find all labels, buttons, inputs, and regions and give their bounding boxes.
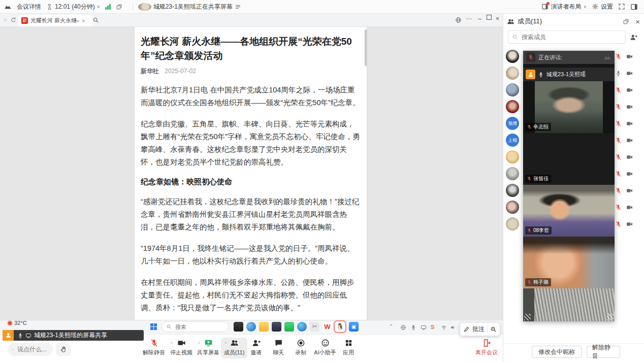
taskbar-search-input[interactable]	[174, 323, 217, 331]
camera-icon[interactable]	[626, 87, 633, 93]
video-tile[interactable]: 辛志恒	[523, 81, 615, 133]
video-tile[interactable]: 张笛佳	[523, 133, 615, 185]
dark-app-icon[interactable]	[272, 322, 281, 332]
fullscreen-button[interactable]	[618, 3, 625, 10]
quick-chat-pill[interactable]	[8, 343, 53, 356]
settings-button[interactable]: 设置	[592, 3, 613, 11]
tray-icon-2[interactable]	[410, 323, 416, 331]
add-member-icon[interactable]	[630, 34, 637, 41]
mic-icon[interactable]	[615, 70, 622, 77]
mic-muted-icon[interactable]	[615, 204, 622, 211]
browser-tab[interactable]: 新 光耀长河 薪火永继——各地… ×	[18, 15, 92, 26]
back-icon[interactable]: ›	[4, 16, 6, 23]
chat-button[interactable]: 聊天	[266, 339, 291, 356]
camera-icon[interactable]	[626, 53, 633, 60]
chevron-up-icon[interactable]: ⌃	[170, 342, 174, 347]
taskbar-weather-widget[interactable]: 32°C	[7, 320, 27, 326]
annotate-label[interactable]: 批注	[472, 325, 485, 334]
window-close-icon[interactable]: ×	[496, 15, 499, 22]
smiley-icon[interactable]	[12, 346, 14, 353]
invite-button[interactable]: 邀请	[243, 339, 269, 356]
windows-start-button[interactable]	[150, 323, 157, 330]
pen-icon[interactable]	[463, 326, 470, 333]
tab-search-icon[interactable]	[92, 17, 99, 23]
snip-app-icon[interactable]: ✂	[310, 322, 319, 332]
mic-muted-icon[interactable]	[615, 171, 622, 177]
taskview-app-icon[interactable]	[234, 322, 243, 332]
mic-muted-icon[interactable]	[615, 120, 622, 127]
window-restore-icon[interactable]	[487, 15, 492, 20]
raise-hand-button[interactable]	[56, 343, 71, 356]
tray-icon-1[interactable]	[400, 323, 406, 331]
camera-icon[interactable]	[626, 70, 633, 77]
speaking-now-bar: 正在讲话:	[523, 51, 615, 64]
taskbar-search[interactable]	[162, 321, 229, 332]
resize-handle[interactable]	[524, 314, 531, 320]
record-button[interactable]: 录制	[288, 339, 313, 356]
sharing-list-icon[interactable]	[235, 4, 241, 10]
camera-icon[interactable]	[626, 154, 633, 160]
mic-muted-icon[interactable]	[615, 104, 622, 110]
mic-muted-icon[interactable]	[615, 154, 622, 160]
change-nickname-button[interactable]: 修改会中昵称	[532, 346, 582, 358]
browser-more-icon[interactable]: ⋯	[466, 15, 472, 22]
camera-icon[interactable]	[626, 221, 633, 227]
tray-icon-4[interactable]: S	[431, 323, 434, 331]
wps-app-icon[interactable]: W	[323, 322, 332, 332]
timer-group[interactable]: 12:01 (40分钟) ∨	[46, 3, 100, 11]
camera-icon[interactable]	[626, 137, 633, 144]
member-avatar	[506, 150, 519, 163]
meeting-details-button[interactable]: 会议详情	[17, 3, 41, 11]
window-minimize-icon[interactable]: –	[478, 15, 481, 22]
tray-icon-3[interactable]	[421, 323, 427, 331]
quick-chat-input[interactable]	[16, 345, 49, 353]
mic-muted-icon[interactable]	[615, 137, 622, 144]
mic-muted-icon[interactable]	[615, 221, 622, 227]
chat-icon	[274, 339, 283, 347]
video-tile[interactable]: 08李哲	[523, 185, 615, 237]
refresh-icon[interactable]	[10, 17, 17, 23]
page-scrollbar[interactable]	[365, 29, 367, 66]
video-dock[interactable]: 正在讲话: 城规23-1吴熙瑶 辛志恒 张笛佳 08李哲 韩子璐	[523, 51, 615, 321]
panel-popout-icon[interactable]	[623, 18, 629, 25]
divider	[133, 3, 133, 10]
zoom-in-icon[interactable]	[490, 326, 497, 333]
camera-icon[interactable]	[626, 104, 633, 110]
camera-icon[interactable]	[626, 204, 633, 211]
leave-meeting-button[interactable]: 离开会议	[471, 339, 502, 356]
wechat-app-icon[interactable]	[284, 322, 294, 332]
member-search-box[interactable]	[508, 30, 626, 44]
tab-close-icon[interactable]: ×	[82, 18, 85, 24]
meeting-app-icon[interactable]: ▣	[349, 322, 359, 332]
tray-chevron-icon[interactable]: ⌃	[389, 323, 393, 329]
panel-unmute-button[interactable]: 解除静音	[587, 346, 620, 358]
chevron-up-icon[interactable]: ⌃	[197, 342, 201, 347]
chevron-up-icon[interactable]: ⌃	[224, 342, 228, 347]
layout-button[interactable]: 演讲者布局 ∨	[541, 3, 587, 11]
video-tile[interactable]: 韩子璐	[523, 237, 615, 288]
mic-muted-icon[interactable]	[615, 187, 622, 194]
article-paragraph: 在村里任职期间，周凤祥带领乡亲修水库、公路、便民桥，用脚步丈量责任。提起他，村民…	[141, 276, 361, 314]
mic-muted-icon[interactable]	[615, 87, 622, 93]
file-explorer-icon[interactable]	[259, 322, 269, 332]
apps-button[interactable]: 应用	[336, 339, 361, 356]
browser-app-icon[interactable]	[246, 322, 256, 332]
video-tile[interactable]	[523, 288, 615, 321]
member-search-input[interactable]	[521, 33, 609, 41]
toggle-panel-button[interactable]	[630, 3, 638, 11]
camera-icon[interactable]	[626, 120, 633, 127]
wifi-icon[interactable]	[441, 323, 447, 331]
sharer-row[interactable]: 城规23-1吴熙瑶	[523, 68, 615, 81]
edge-app-icon[interactable]	[297, 322, 307, 332]
mic-muted-icon[interactable]	[615, 53, 622, 60]
camera-icon[interactable]	[626, 187, 633, 194]
panel-close-icon[interactable]: ×	[635, 17, 640, 26]
resize-handle[interactable]	[607, 314, 614, 320]
qq-app-icon[interactable]: 🐧	[335, 322, 345, 332]
browser-globe-icon[interactable]	[455, 17, 462, 23]
camera-icon[interactable]	[626, 171, 633, 177]
people-icon	[230, 339, 239, 347]
volume-icon[interactable]	[450, 323, 456, 331]
unmute-button[interactable]: 解除静音	[140, 339, 168, 356]
popout-icon[interactable]	[116, 4, 122, 10]
